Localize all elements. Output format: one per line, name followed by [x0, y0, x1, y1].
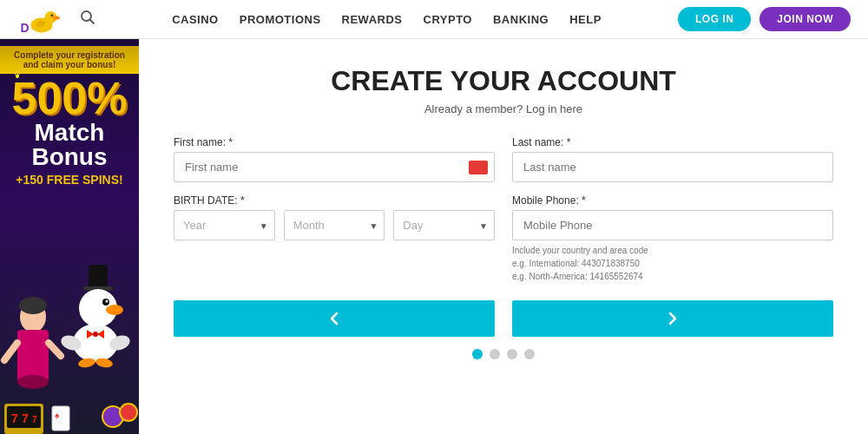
input-flag-icon [469, 161, 488, 174]
svg-point-2 [53, 16, 60, 20]
first-name-label: First name: * [174, 136, 495, 148]
bonus-spins: +150 FREE SPINS! [5, 173, 134, 187]
page-title: CREATE YOUR ACCOUNT [174, 65, 833, 97]
svg-line-7 [90, 19, 95, 23]
year-select[interactable]: Year [174, 210, 275, 240]
mobile-label: Mobile Phone: * [512, 194, 833, 207]
birth-mobile-row: BIRTH DATE: * Year ▼ Month ▼ [174, 194, 833, 283]
svg-point-19 [17, 375, 49, 389]
svg-text:♠: ♠ [55, 411, 60, 420]
svg-point-22 [19, 297, 47, 314]
svg-text:7: 7 [11, 411, 18, 425]
day-select-wrap: Day ▼ [393, 210, 495, 240]
back-button[interactable] [174, 300, 495, 337]
search-icon [80, 10, 95, 25]
step-dot-4[interactable] [524, 349, 535, 359]
bonus-text-block: 500% Match Bonus +150 FREE SPINS! [5, 76, 134, 187]
first-name-input-wrap [174, 152, 495, 182]
svg-point-29 [106, 300, 108, 303]
nav-promotions[interactable]: PROMOTIONS [240, 13, 321, 26]
content-area: CREATE YOUR ACCOUNT Already a member? Lo… [139, 39, 868, 434]
sidebar-characters: 7 7 7 ♠ [0, 243, 139, 434]
header-actions: LOG IN JOIN NOW [678, 7, 851, 31]
step-dot-2[interactable] [490, 349, 500, 359]
header: D CASINO PROMOTIONS REWARDS CRYPTO BANKI… [0, 0, 868, 39]
bonus-percent: 500% [5, 76, 134, 121]
phone-hints: Include your country and area code e.g. … [512, 244, 833, 283]
sidebar-bg: 500% Match Bonus +150 FREE SPINS! [0, 39, 139, 434]
svg-rect-24 [89, 265, 108, 289]
svg-point-33 [93, 332, 98, 337]
back-arrow-icon [326, 310, 343, 327]
phone-hint-3: e.g. North-America: 14165552674 [512, 270, 833, 283]
mobile-input[interactable] [512, 210, 833, 240]
logo-icon: D [17, 3, 66, 36]
step-dots [174, 349, 833, 359]
phone-hint-1: Include your country and area code [512, 244, 833, 257]
next-arrow-icon [664, 310, 681, 327]
already-member-text: Already a member? Log in here [174, 102, 833, 115]
nav-help[interactable]: HELP [569, 13, 602, 26]
login-button[interactable]: LOG IN [678, 7, 751, 31]
last-name-group: Last name: * [512, 136, 833, 182]
join-button[interactable]: JOIN NOW [760, 7, 851, 31]
first-name-group: First name: * [174, 136, 495, 182]
last-name-input[interactable] [512, 152, 833, 182]
month-select[interactable]: Month [284, 210, 385, 240]
day-select[interactable]: Day [393, 210, 495, 240]
svg-line-21 [49, 343, 61, 356]
birth-selects: Year ▼ Month ▼ Day ▼ [174, 210, 495, 240]
main-layout: Complete your registration and claim you… [0, 39, 868, 434]
nav-crypto[interactable]: CRYPTO [424, 13, 472, 26]
nav-banking[interactable]: BANKING [493, 13, 549, 26]
birth-date-label: BIRTH DATE: * [174, 194, 495, 207]
last-name-label: Last name: * [512, 136, 833, 148]
svg-line-20 [4, 343, 17, 360]
nav-casino[interactable]: CASINO [172, 13, 219, 26]
logo[interactable]: D [17, 3, 66, 36]
month-select-wrap: Month ▼ [284, 210, 385, 240]
year-select-wrap: Year ▼ [174, 210, 275, 240]
svg-text:D: D [21, 21, 30, 35]
mobile-phone-group: Mobile Phone: * Include your country and… [512, 194, 833, 283]
step-dot-1[interactable] [472, 349, 483, 359]
step-dot-3[interactable] [507, 349, 517, 359]
name-row: First name: * Last name: * [174, 136, 833, 182]
bonus-label: Bonus [5, 145, 134, 169]
nav-buttons [174, 300, 833, 337]
header-left: D [17, 3, 95, 36]
svg-point-44 [120, 404, 137, 421]
sidebar: Complete your registration and claim you… [0, 39, 139, 434]
svg-text:7: 7 [22, 411, 29, 425]
first-name-input[interactable] [174, 152, 495, 182]
birth-date-group: BIRTH DATE: * Year ▼ Month ▼ [174, 194, 495, 283]
search-button[interactable] [80, 10, 95, 30]
svg-text:7: 7 [32, 415, 37, 424]
svg-rect-18 [17, 330, 49, 382]
sidebar-banner: Complete your registration and claim you… [0, 46, 139, 74]
phone-hint-2: e.g. International: 443071838750 [512, 257, 833, 270]
next-button[interactable] [512, 300, 833, 337]
nav-rewards[interactable]: REWARDS [342, 13, 403, 26]
main-nav: CASINO PROMOTIONS REWARDS CRYPTO BANKING… [172, 13, 602, 26]
bonus-match: Match [5, 121, 134, 145]
svg-point-27 [106, 305, 123, 315]
svg-point-3 [51, 14, 54, 16]
